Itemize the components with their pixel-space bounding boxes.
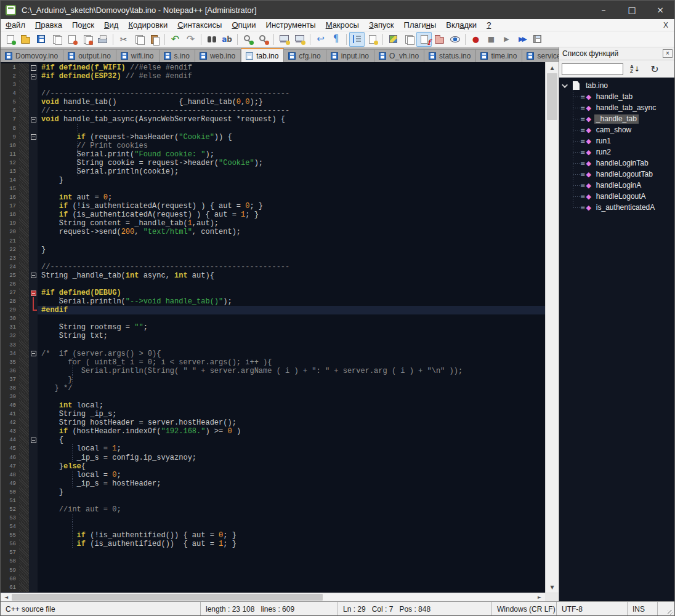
fold-collapse-icon[interactable] [31,290,36,296]
bookmark-margin[interactable] [19,193,29,202]
vertical-scrollbar-track[interactable] [546,120,559,582]
code-line[interactable]: local = 0; [38,471,545,479]
bookmark-margin[interactable] [19,263,29,271]
code-line[interactable]: } [38,488,545,497]
fold-margin[interactable] [29,81,38,89]
fold-collapse-icon[interactable] [31,74,36,79]
fold-margin[interactable] [29,350,38,358]
bookmark-margin[interactable] [19,436,29,444]
code-line[interactable] [38,575,545,583]
close-all-icon[interactable] [79,32,95,47]
fold-margin[interactable] [29,514,38,522]
close-icon[interactable] [64,32,79,47]
fold-margin[interactable] [29,106,38,115]
code-line[interactable]: for ( uint8_t i = 0; i < server.args(); … [38,358,545,367]
fold-margin[interactable] [29,280,38,289]
menu-item-search[interactable]: Поиск [67,20,99,30]
tab-Domovoy.ino[interactable]: Domovoy.ino [1,49,63,62]
code-line[interactable]: // Print cookies [38,142,545,150]
menu-item-view[interactable]: Вид [99,20,124,30]
bookmark-margin[interactable] [19,254,29,263]
bookmark-margin[interactable] [19,142,29,150]
bookmark-margin[interactable] [19,471,29,479]
fold-margin[interactable] [29,497,38,505]
fold-margin[interactable] [29,210,38,219]
function-item-handleLogoutTab[interactable]: ≡◆handleLogoutTab [559,169,674,180]
print-icon[interactable] [95,32,110,47]
code-line[interactable] [38,237,545,246]
new-file-icon[interactable] [2,32,18,47]
code-line[interactable]: _ip_s = hostHeader; [38,479,545,488]
bookmark-margin[interactable] [19,488,29,497]
fold-margin[interactable] [29,358,38,367]
tab-s.ino[interactable]: s.ino [160,49,195,62]
fold-collapse-icon[interactable] [31,134,36,140]
fold-margin[interactable] [29,401,38,410]
start-recording-macro-icon[interactable]: ● [468,32,483,47]
bookmark-margin[interactable] [19,427,29,436]
redo-icon[interactable]: ↷ [183,32,198,47]
tab-tab.ino[interactable]: tab.ino [241,48,284,62]
menu-item-encoding[interactable]: Кодировки [123,20,172,30]
cut-icon[interactable]: ✂ [116,32,131,47]
code-line[interactable]: String cookie = request->header("Cookie"… [38,159,545,167]
bookmark-margin[interactable] [19,124,29,133]
fold-margin[interactable] [29,583,38,592]
monitoring-icon[interactable] [447,32,463,47]
bookmark-margin[interactable] [19,566,29,575]
menu-item-language[interactable]: Синтаксисы [172,20,227,30]
paste-icon[interactable] [147,32,162,47]
bookmark-margin[interactable] [19,228,29,236]
fold-margin[interactable] [29,531,38,540]
bookmark-margin[interactable] [19,176,29,185]
fold-margin[interactable] [29,167,38,176]
code-line[interactable]: } [38,375,545,384]
code-line[interactable]: //int aut = 0; [38,505,545,514]
menu-item-run[interactable]: Запуск [364,20,399,30]
function-item-handle_tab[interactable]: ≡◆handle_tab [559,91,674,102]
code-line[interactable]: } [38,246,545,254]
bookmark-margin[interactable] [19,583,29,592]
code-line[interactable]: #if defined(f_WIFI) //#else #endif [38,63,545,72]
fold-margin[interactable] [29,263,38,271]
bookmark-margin[interactable] [19,280,29,289]
bookmark-margin[interactable] [19,219,29,228]
fold-collapse-icon[interactable] [31,65,36,71]
code-line[interactable]: //--------------------------------------… [38,106,545,115]
code-line[interactable]: Serial.println(String( " " + server.argN… [38,367,545,375]
code-line[interactable]: }else{ [38,462,545,471]
function-item-handleLoginTab[interactable]: ≡◆handleLoginTab [559,158,674,169]
fold-margin[interactable] [29,418,38,427]
bookmark-margin[interactable] [19,350,29,358]
fold-margin[interactable] [29,246,38,254]
undo-icon[interactable]: ↶ [168,32,183,47]
vertical-scrollbar-thumb[interactable] [547,73,557,120]
menu-item-macro[interactable]: Макросы [321,20,364,30]
function-item-handleLoginA[interactable]: ≡◆handleLoginA [559,180,674,191]
bookmark-margin[interactable] [19,306,29,314]
bookmark-margin[interactable] [19,505,29,514]
menu-item-edit[interactable]: Правка [30,20,67,30]
scroll-right-arrow-icon[interactable]: ► [534,593,545,601]
code-line[interactable]: if (is_authentified()) { aut = 1; } [38,540,545,548]
fold-margin[interactable] [29,63,38,72]
fold-margin[interactable] [29,471,38,479]
code-line[interactable]: //--------------------------------------… [38,263,545,271]
tab-web.ino[interactable]: web.ino [195,49,241,62]
fold-margin[interactable] [29,323,38,332]
close-button[interactable]: × [646,1,674,19]
code-line[interactable]: /* if (server.args() > 0){ [38,350,545,358]
function-item-run2[interactable]: ≡◆run2 [559,146,674,158]
document-list-icon[interactable] [401,32,416,47]
fold-margin[interactable] [29,548,38,557]
fold-margin[interactable] [29,159,38,167]
fold-margin[interactable] [29,202,38,210]
code-line[interactable]: String hostHeader = server.hostHeader(); [38,418,545,427]
code-line[interactable] [38,393,545,401]
bookmark-margin[interactable] [19,133,29,142]
bookmark-margin[interactable] [19,115,29,124]
fold-margin[interactable] [29,297,38,306]
code-line[interactable]: { [38,436,545,444]
bookmark-margin[interactable] [19,289,29,297]
code-line[interactable]: if (!is_authenticatedA(request) ) { aut … [38,202,545,210]
